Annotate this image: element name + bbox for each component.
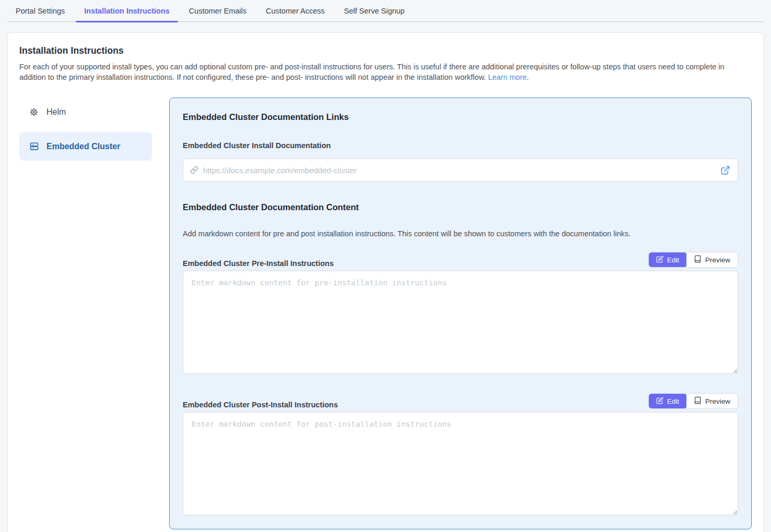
post-install-header-row: Embedded Cluster Post-Install Instructio… — [183, 393, 738, 409]
embedded-cluster-panel: Embedded Cluster Documentation Links Emb… — [169, 98, 752, 529]
sidebar-item-helm[interactable]: Helm — [19, 98, 152, 126]
tab-customer-emails[interactable]: Customer Emails — [181, 0, 255, 21]
server-stack-icon — [29, 141, 39, 151]
book-icon — [694, 396, 702, 406]
install-doc-label: Embedded Cluster Install Documentation — [183, 141, 738, 150]
learn-more-link[interactable]: Learn more — [488, 73, 527, 81]
page-description: For each of your supported install types… — [19, 62, 750, 82]
preview-button-label: Preview — [705, 256, 730, 264]
post-install-preview-button[interactable]: Preview — [686, 394, 738, 408]
edit-button-label: Edit — [667, 256, 679, 264]
book-icon — [694, 255, 702, 264]
edit-icon — [656, 397, 663, 406]
doc-content-section-title: Embedded Cluster Documentation Content — [183, 202, 738, 212]
edit-icon — [656, 256, 663, 264]
post-install-edit-button[interactable]: Edit — [649, 394, 686, 408]
install-doc-url-input[interactable] — [203, 166, 720, 175]
page-description-period: . — [527, 73, 529, 81]
tab-customer-access[interactable]: Customer Access — [257, 0, 333, 21]
doc-links-section-title: Embedded Cluster Documentation Links — [183, 112, 738, 122]
pre-install-header-row: Embedded Cluster Pre-Install Instruction… — [183, 252, 738, 268]
pre-install-markdown-textarea[interactable] — [183, 271, 738, 374]
post-install-label: Embedded Cluster Post-Install Instructio… — [183, 401, 338, 409]
tab-self-serve-signup[interactable]: Self Serve Signup — [336, 0, 413, 21]
tab-list: Portal Settings Installation Instruction… — [7, 0, 764, 22]
pre-install-preview-button[interactable]: Preview — [686, 252, 738, 267]
link-icon — [190, 166, 198, 174]
pre-install-edit-button[interactable]: Edit — [649, 252, 686, 267]
page-title: Installation Instructions — [19, 45, 752, 56]
doc-content-description: Add markdown content for pre and post in… — [183, 229, 738, 238]
sidebar-item-label: Embedded Cluster — [46, 142, 120, 151]
tab-portal-settings[interactable]: Portal Settings — [7, 0, 73, 21]
install-type-sidebar: Helm Embedded Cluster — [19, 98, 152, 529]
sidebar-item-embedded-cluster[interactable]: Embedded Cluster — [19, 132, 152, 161]
pre-install-mode-toggle: Edit Preview — [648, 252, 738, 268]
sidebar-item-label: Helm — [46, 107, 66, 117]
main-card: Installation Instructions For each of yo… — [7, 32, 764, 532]
content-area: Helm Embedded Cluster Embedded Cluster D… — [19, 98, 752, 529]
helm-icon — [29, 107, 39, 117]
tab-installation-instructions[interactable]: Installation Instructions — [76, 0, 178, 21]
page-description-text: For each of your supported install types… — [19, 63, 725, 81]
post-install-markdown-textarea[interactable] — [183, 412, 738, 515]
preview-button-label: Preview — [705, 397, 730, 405]
tab-bar: Portal Settings Installation Instruction… — [0, 0, 771, 22]
install-doc-url-field[interactable] — [183, 159, 738, 182]
external-link-icon[interactable] — [720, 165, 730, 175]
post-install-mode-toggle: Edit Preview — [648, 393, 738, 409]
edit-button-label: Edit — [667, 397, 679, 405]
pre-install-label: Embedded Cluster Pre-Install Instruction… — [183, 259, 334, 268]
